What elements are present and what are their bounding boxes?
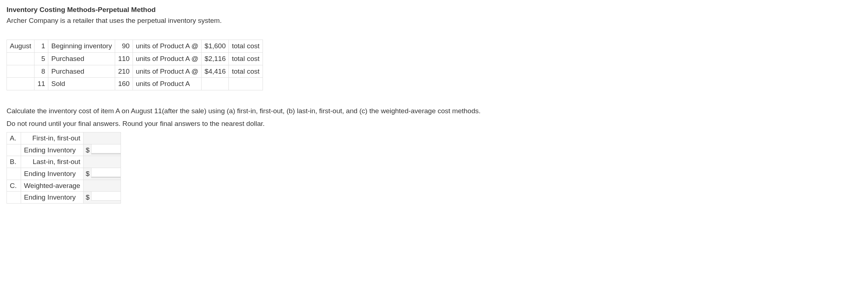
cell-event: Beginning inventory [48, 40, 115, 53]
transactions-table: August 1 Beginning inventory 90 units of… [7, 40, 263, 90]
cell-cost: $2,116 [202, 52, 229, 65]
input-wrap: $ [84, 144, 121, 156]
dollar-sign: $ [84, 168, 91, 180]
answer-method: Weighted-average [21, 180, 84, 192]
dollar-sign: $ [84, 144, 91, 156]
answer-input-cell: $ [83, 192, 121, 204]
cell-cost: $4,416 [202, 65, 229, 78]
instruction-line-1: Calculate the inventory cost of item A o… [7, 106, 861, 116]
cell-cost-label: total cost [229, 52, 263, 65]
answer-blank [83, 156, 121, 168]
cell-units: units of Product A [133, 78, 201, 90]
cell-day: 1 [35, 40, 48, 53]
cell-cost-label [229, 78, 263, 90]
cell-units: units of Product A @ [133, 40, 201, 53]
table-row: 11 Sold 160 units of Product A [7, 78, 263, 90]
cell-month-empty [7, 52, 35, 65]
answer-letter-empty [7, 168, 21, 180]
answer-letter: C. [7, 180, 21, 192]
answer-input-cell: $ [83, 144, 121, 156]
answer-blank [83, 180, 121, 192]
answer-row-c-method: C. Weighted-average [7, 180, 121, 192]
ending-inventory-input-c[interactable] [91, 192, 121, 201]
answer-letter-empty [7, 144, 21, 156]
table-row: 5 Purchased 110 units of Product A @ $2,… [7, 52, 263, 65]
instruction-line-2: Do not round until your final answers. R… [7, 119, 861, 128]
ending-inventory-label: Ending Inventory [21, 192, 84, 204]
answer-method: Last-in, first-out [21, 156, 84, 168]
cell-units: units of Product A @ [133, 65, 201, 78]
cell-day: 5 [35, 52, 48, 65]
answer-blank [83, 132, 121, 144]
answer-row-c-value: Ending Inventory $ [7, 192, 121, 204]
cell-day: 8 [35, 65, 48, 78]
answer-row-a-method: A. First-in, first-out [7, 132, 121, 144]
cell-cost-label: total cost [229, 40, 263, 53]
dollar-sign: $ [84, 192, 91, 203]
page: Inventory Costing Methods-Perpetual Meth… [0, 0, 868, 218]
cell-month-empty [7, 65, 35, 78]
answer-method: First-in, first-out [21, 132, 84, 144]
input-wrap: $ [84, 168, 121, 180]
answer-letter: A. [7, 132, 21, 144]
table-row: 8 Purchased 210 units of Product A @ $4,… [7, 65, 263, 78]
answer-row-a-value: Ending Inventory $ [7, 144, 121, 156]
cell-month: August [7, 40, 35, 53]
cell-cost-label: total cost [229, 65, 263, 78]
cell-qty: 90 [115, 40, 133, 53]
cell-event: Purchased [48, 65, 115, 78]
answer-letter: B. [7, 156, 21, 168]
instructions: Calculate the inventory cost of item A o… [7, 106, 861, 128]
answer-row-b-method: B. Last-in, first-out [7, 156, 121, 168]
cell-units: units of Product A @ [133, 52, 201, 65]
cell-qty: 210 [115, 65, 133, 78]
answer-row-b-value: Ending Inventory $ [7, 168, 121, 180]
table-row: August 1 Beginning inventory 90 units of… [7, 40, 263, 53]
ending-inventory-label: Ending Inventory [21, 144, 84, 156]
ending-inventory-label: Ending Inventory [21, 168, 84, 180]
cell-event: Purchased [48, 52, 115, 65]
cell-qty: 160 [115, 78, 133, 90]
answer-letter-empty [7, 192, 21, 204]
answers-table: A. First-in, first-out Ending Inventory … [7, 132, 121, 204]
page-subtitle: Archer Company is a retailer that uses t… [7, 16, 861, 25]
ending-inventory-input-b[interactable] [91, 168, 121, 178]
cell-event: Sold [48, 78, 115, 90]
cell-day: 11 [35, 78, 48, 90]
cell-month-empty [7, 78, 35, 90]
cell-cost: $1,600 [202, 40, 229, 53]
ending-inventory-input-a[interactable] [91, 144, 121, 154]
answer-input-cell: $ [83, 168, 121, 180]
input-wrap: $ [84, 192, 121, 203]
cell-qty: 110 [115, 52, 133, 65]
cell-cost [202, 78, 229, 90]
page-title: Inventory Costing Methods-Perpetual Meth… [7, 5, 861, 15]
